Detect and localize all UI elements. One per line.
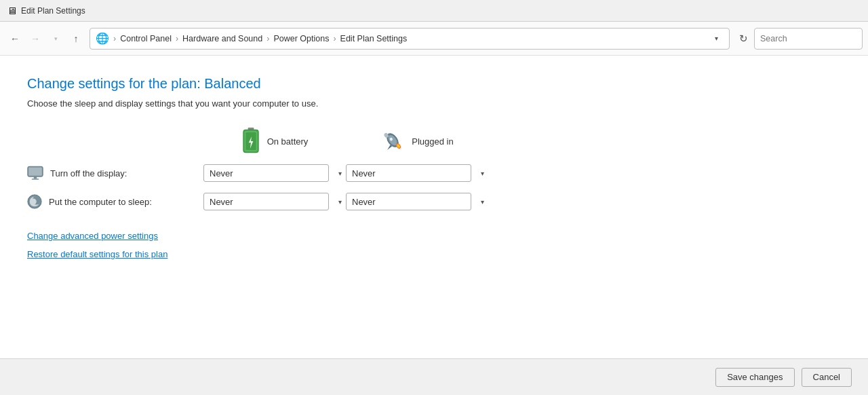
display-plugged-dropdown-wrapper: Never 1 minute 2 minutes 5 minutes 10 mi… xyxy=(346,164,488,182)
svg-point-20 xyxy=(31,198,37,204)
content-area: Change settings for the plan: Balanced C… xyxy=(0,76,868,358)
display-plugged-select[interactable]: Never 1 minute 2 minutes 5 minutes 10 mi… xyxy=(346,164,471,182)
settings-header: On battery Plugged xyxy=(27,128,841,155)
up-button[interactable]: ↑ xyxy=(66,29,85,48)
sleep-setting-label: Put the computer to sleep: xyxy=(27,194,203,209)
on-battery-header: On battery xyxy=(203,128,346,155)
display-setting-row: Turn off the display: Never 1 minute 2 m… xyxy=(27,164,841,182)
sleep-battery-dropdown-wrapper: Never 1 minute 2 minutes 5 minutes 10 mi… xyxy=(203,193,346,210)
nav-bar: ← → ▾ ↑ 🌐 › Control Panel › Hardware and… xyxy=(0,22,868,56)
address-bar: 🌐 › Control Panel › Hardware and Sound ›… xyxy=(90,28,730,50)
battery-icon xyxy=(241,128,260,155)
svg-rect-16 xyxy=(32,178,39,180)
plugged-in-icon xyxy=(380,131,405,151)
display-battery-select[interactable]: Never 1 minute 2 minutes 5 minutes 10 mi… xyxy=(203,164,329,182)
breadcrumb-hardware-sound[interactable]: Hardware and Sound xyxy=(182,34,262,43)
refresh-button[interactable]: ↻ xyxy=(734,29,753,48)
display-battery-dropdown-arrow: ▾ xyxy=(338,170,342,177)
sleep-plugged-dropdown-wrapper: Never 1 minute 2 minutes 5 minutes 10 mi… xyxy=(346,193,488,210)
sleep-battery-dropdown-arrow: ▾ xyxy=(338,198,342,206)
back-button[interactable]: ← xyxy=(5,29,24,48)
breadcrumb-current: Edit Plan Settings xyxy=(340,34,408,43)
advanced-settings-link[interactable]: Change advanced power settings xyxy=(27,231,841,241)
plugged-in-header: Plugged in xyxy=(346,131,488,151)
sleep-label-text: Put the computer to sleep: xyxy=(49,197,152,207)
breadcrumb-power-options[interactable]: Power Options xyxy=(273,34,329,43)
on-battery-label: On battery xyxy=(267,136,309,147)
main-content: Change settings for the plan: Balanced C… xyxy=(0,56,868,395)
sleep-plugged-select[interactable]: Never 1 minute 2 minutes 5 minutes 10 mi… xyxy=(346,193,471,210)
svg-rect-15 xyxy=(34,176,37,178)
title-bar: 🖥 Edit Plan Settings xyxy=(0,0,868,22)
title-bar-text: Edit Plan Settings xyxy=(21,6,85,16)
footer: Save changes Cancel xyxy=(0,358,868,395)
page-subtitle: Choose the sleep and display settings th… xyxy=(27,98,841,109)
search-input[interactable] xyxy=(754,28,863,50)
dropdown-history-button[interactable]: ▾ xyxy=(46,29,65,48)
links-section: Change advanced power settings Restore d… xyxy=(27,231,841,267)
breadcrumb-control-panel[interactable]: Control Panel xyxy=(120,34,172,43)
monitor-icon xyxy=(27,166,43,181)
sleep-plugged-dropdown-arrow: ▾ xyxy=(481,198,484,206)
globe-icon: 🌐 xyxy=(96,32,109,45)
address-dropdown-button[interactable]: ▾ xyxy=(709,29,724,48)
forward-button[interactable]: → xyxy=(26,29,45,48)
svg-marker-10 xyxy=(387,145,392,150)
svg-rect-14 xyxy=(28,168,42,176)
display-plugged-dropdown-arrow: ▾ xyxy=(481,170,484,177)
sleep-battery-select[interactable]: Never 1 minute 2 minutes 5 minutes 10 mi… xyxy=(203,193,329,210)
display-setting-label: Turn off the display: xyxy=(27,166,203,181)
plugged-in-label: Plugged in xyxy=(412,136,453,147)
cancel-button[interactable]: Cancel xyxy=(802,368,852,387)
sleep-setting-row: Put the computer to sleep: Never 1 minut… xyxy=(27,193,841,210)
title-bar-icon: 🖥 xyxy=(7,5,17,16)
page-title: Change settings for the plan: Balanced xyxy=(27,76,841,92)
save-changes-button[interactable]: Save changes xyxy=(715,368,794,387)
restore-defaults-link[interactable]: Restore default settings for this plan xyxy=(27,249,841,259)
display-battery-dropdown-wrapper: Never 1 minute 2 minutes 5 minutes 10 mi… xyxy=(203,164,346,182)
display-label-text: Turn off the display: xyxy=(50,168,127,178)
sleep-icon xyxy=(27,194,42,209)
